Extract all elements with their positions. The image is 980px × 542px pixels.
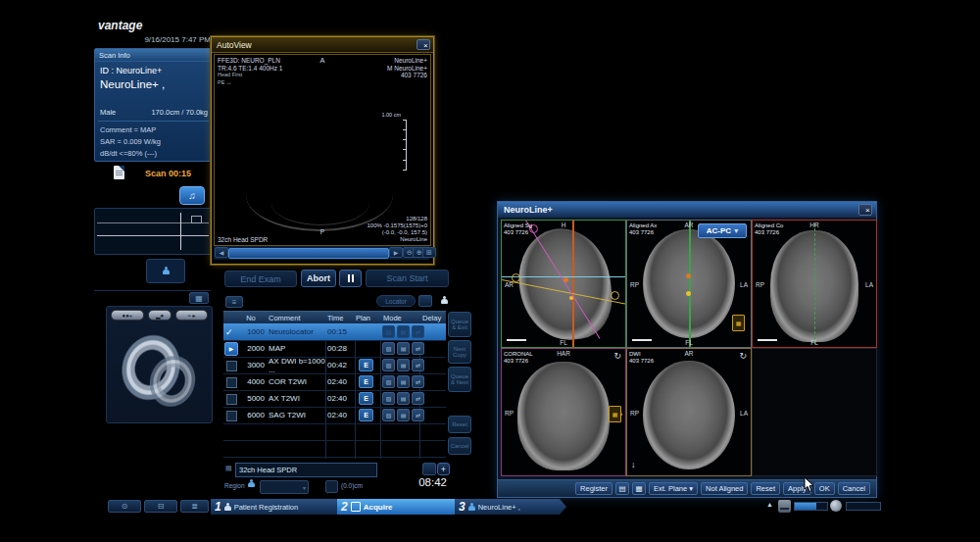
- rotate-icon[interactable]: ↻: [739, 351, 747, 361]
- queue-next-button[interactable]: Queue & Next: [448, 367, 471, 392]
- mode-icon-1[interactable]: ▧: [382, 325, 395, 338]
- mode-icon-2[interactable]: ▤: [397, 392, 410, 405]
- locator-button[interactable]: Locator: [376, 295, 416, 307]
- queue-reset-button[interactable]: Reset: [448, 416, 471, 433]
- autoview-image-area[interactable]: FFE3D: NEURO_PLN TR:4.6 TE:1.4 400Hz 1 H…: [214, 54, 431, 246]
- queue-list-button[interactable]: ≡: [225, 296, 243, 308]
- viewport-dwi[interactable]: DWI403 7726 AR RP LA ↻ ↓: [626, 348, 752, 476]
- not-aligned-button[interactable]: Not Aligned: [701, 482, 748, 495]
- queue-cancel-button[interactable]: Cancel: [448, 437, 471, 455]
- viewport-aligned-coronal[interactable]: Aligned Co403 7726 HR RP LA FL: [752, 220, 877, 348]
- plan-line-vertical[interactable]: [572, 221, 574, 347]
- queue-exit-button[interactable]: Queue & Exit: [448, 312, 471, 337]
- row-mode-icons[interactable]: ▧ ▤ ⇄: [382, 323, 426, 340]
- transfer-button[interactable]: [436, 292, 452, 308]
- mode-icon-2[interactable]: ▤: [397, 409, 410, 421]
- acpc-dropdown[interactable]: AC-PC▾: [698, 223, 747, 238]
- mode-icon-3[interactable]: ⇄: [412, 392, 424, 405]
- queue-row[interactable]: ✓ 1000 Neurolocator 00:15 ▧ ▤ ⇄: [223, 323, 446, 341]
- midline-dashed[interactable]: [814, 223, 815, 345]
- scroll-down-icon[interactable]: ↓: [631, 460, 636, 469]
- end-exam-button[interactable]: End Exam: [224, 271, 297, 287]
- couch-move-button[interactable]: ▂●: [148, 310, 172, 320]
- queue-row[interactable]: ▶ 2000 MAP 00:28 ▧ ▤ ⇄: [223, 340, 446, 358]
- neuroline-close-button[interactable]: ×: [858, 204, 872, 216]
- mode-icon-2[interactable]: ▤: [397, 325, 410, 338]
- viewport-aligned-sagittal[interactable]: Aligned Sg403 7726 H AR FL: [501, 220, 626, 348]
- orange-roi-badge[interactable]: ▦: [732, 315, 745, 331]
- mode-icon-3[interactable]: ⇄: [412, 359, 424, 371]
- mode-icon-2[interactable]: ▤: [397, 342, 410, 355]
- flag-button[interactable]: ▦: [632, 482, 646, 495]
- reset-button[interactable]: Reset: [751, 482, 780, 495]
- row-time: 00:28: [327, 340, 353, 357]
- queue-option-button[interactable]: [418, 295, 432, 307]
- power-button[interactable]: ⊙: [108, 500, 141, 513]
- mode-icon-1[interactable]: ▧: [382, 359, 395, 371]
- coil-select-button[interactable]: ●●+: [111, 310, 144, 320]
- tab-acquire[interactable]: 2 Acquire: [337, 499, 466, 515]
- mode-icon-3[interactable]: ⇄: [412, 342, 424, 355]
- mode-icon-3[interactable]: ⇄: [412, 409, 424, 421]
- tab-neuroline[interactable]: 3 NeuroLine+ ,: [455, 499, 566, 515]
- plan-badge[interactable]: E: [359, 359, 373, 371]
- mode-icon-2[interactable]: ▤: [397, 359, 410, 371]
- image-scrollbar[interactable]: [228, 248, 389, 259]
- mode-icon-3[interactable]: ⇄: [412, 375, 424, 388]
- display-button[interactable]: ⊟: [144, 500, 177, 513]
- landmark-button[interactable]: ⌁ ▸: [175, 310, 208, 320]
- acquire-icon: [351, 502, 361, 512]
- plan-badge[interactable]: E: [359, 375, 373, 388]
- orange-roi-badge[interactable]: ▦: [609, 406, 621, 422]
- queue-row[interactable]: 4000 COR T2WI 02:40 E ▧ ▤ ⇄: [223, 373, 446, 391]
- add-coil-button[interactable]: +: [437, 463, 450, 475]
- layout-button[interactable]: ▤: [615, 482, 629, 495]
- rotate-icon[interactable]: ↻: [613, 351, 621, 361]
- dock-button[interactable]: ≣: [180, 500, 209, 513]
- eject-icon[interactable]: ▲: [766, 501, 773, 508]
- next-copy-button[interactable]: Next Copy: [448, 340, 471, 364]
- cancel-button[interactable]: Cancel: [838, 482, 870, 495]
- abort-button[interactable]: Abort: [301, 270, 336, 287]
- mode-icon-2[interactable]: ▤: [397, 375, 410, 388]
- mode-icon-1[interactable]: ▧: [382, 342, 395, 355]
- mode-icon-1[interactable]: ▧: [382, 375, 395, 388]
- caret-down-icon: ▾: [303, 484, 306, 491]
- autoview-titlebar[interactable]: AutoView: [212, 37, 433, 53]
- midline[interactable]: [689, 221, 691, 347]
- mode-icon-3[interactable]: ⇄: [412, 325, 424, 338]
- neuroline-titlebar[interactable]: NeuroLine+: [498, 202, 876, 218]
- line-handle[interactable]: [611, 291, 619, 300]
- pause-button[interactable]: [339, 270, 362, 287]
- mode-icon-1[interactable]: ▧: [382, 409, 395, 421]
- autoview-close-button[interactable]: ×: [416, 39, 430, 50]
- pan-button[interactable]: ⊞: [422, 247, 436, 258]
- caret-down-icon: ▾: [689, 484, 693, 493]
- ok-button[interactable]: OK: [814, 482, 835, 495]
- network-icon[interactable]: [830, 500, 842, 512]
- queue-row[interactable]: 3000 AX DWI b=1000 ... 00:42 E ▧ ▤ ⇄: [223, 357, 446, 374]
- patient-position-button[interactable]: [146, 259, 185, 283]
- plan-badge[interactable]: E: [359, 392, 373, 405]
- offset-checkbox[interactable]: [325, 480, 338, 493]
- scroll-right-button[interactable]: ▶: [389, 247, 403, 258]
- queue-row[interactable]: 6000 SAG T2WI 02:40 E ▧ ▤ ⇄: [223, 407, 446, 424]
- register-button[interactable]: Register: [575, 482, 612, 495]
- queue-row[interactable]: 5000 AX T2WI 02:40 E ▧ ▤ ⇄: [223, 390, 446, 408]
- music-button[interactable]: ♫: [179, 186, 205, 205]
- region-dropdown[interactable]: ▾: [260, 480, 309, 494]
- gantry-grid-button[interactable]: ▦: [189, 292, 209, 304]
- tab-patient-registration[interactable]: 1 Patient Registration: [211, 499, 349, 515]
- coil-input[interactable]: 32ch Head SPDR: [235, 463, 377, 477]
- series-icon: [226, 394, 237, 405]
- storage-icon[interactable]: [778, 500, 791, 513]
- ext-plane-dropdown[interactable]: Ext. Plane ▾: [649, 482, 698, 495]
- viewport-coronal-reference[interactable]: CORONAL403 7726 HAR RP LA ↻ ▦: [501, 348, 626, 476]
- viewport-aligned-axial[interactable]: Aligned Ax403 7726 AR RP LA FL AC-PC▾ ▦: [626, 220, 752, 348]
- scan-start-button[interactable]: Scan Start: [366, 270, 449, 287]
- mode-icon-1[interactable]: ▧: [382, 392, 395, 405]
- plan-badge[interactable]: E: [359, 409, 373, 421]
- viewport-empty[interactable]: [752, 348, 877, 476]
- scroll-left-button[interactable]: ◀: [215, 247, 228, 258]
- coil-option-button[interactable]: [422, 463, 436, 475]
